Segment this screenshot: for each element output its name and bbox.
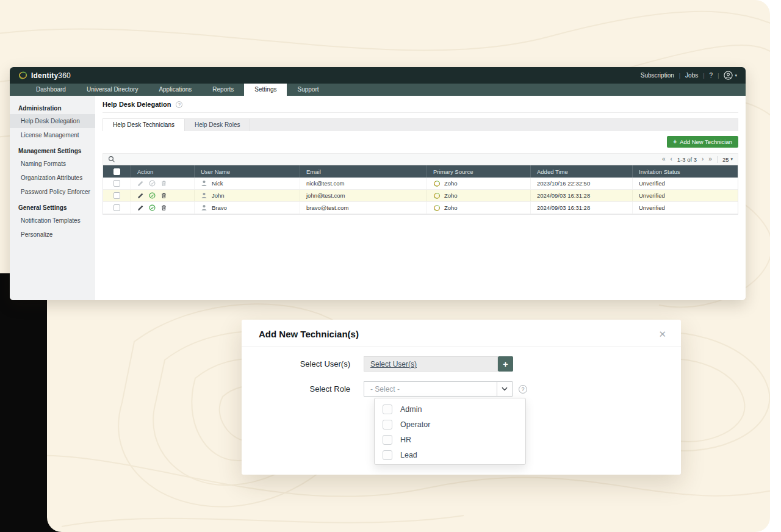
app-topbar: Identity360 Subscription | Jobs | ? | ▾ [10,67,746,84]
modal-title: Add New Technician(s) [259,329,359,339]
table-row: Bravo bravo@test.com Zoho 2024/09/03 16:… [103,202,738,214]
account-menu[interactable]: ▾ [724,71,737,80]
pagination-divider [717,156,718,163]
role-checkbox[interactable] [383,435,392,445]
pagination-first-button[interactable]: « [662,156,666,162]
select-role-dropdown[interactable]: - Select - [364,381,513,397]
nav-applications[interactable]: Applications [148,84,202,96]
user-name: Bravo [212,204,227,211]
select-role-row: Select Role - Select - ? [242,381,527,397]
sidebar-item-password-policy-enforcer[interactable]: Password Policy Enforcer [10,185,95,199]
nav-support[interactable]: Support [287,84,329,96]
pagination-next-button[interactable]: › [702,156,704,162]
col-email: Email [300,165,426,178]
user-email: bravo@test.com [300,202,426,214]
role-option-label: Admin [400,405,422,414]
chevron-down-icon[interactable] [497,382,512,396]
edit-icon[interactable] [137,192,144,199]
user-icon [201,180,207,187]
col-user-name: User Name [194,165,300,178]
identity360-logo-icon [18,71,27,80]
nav-universal-directory[interactable]: Universal Directory [76,84,148,96]
add-new-technician-modal: Add New Technician(s) ✕ Select User(s) S… [242,320,681,475]
added-time: 2023/10/16 22:32:50 [530,178,632,189]
role-option-admin[interactable]: Admin [375,401,525,417]
enable-icon[interactable] [149,180,156,187]
role-checkbox[interactable] [383,404,392,414]
source-name: Zoho [444,204,458,211]
nav-settings[interactable]: Settings [244,84,287,96]
tab-help-desk-roles[interactable]: Help Desk Roles [185,119,250,131]
jobs-link[interactable]: Jobs [685,72,698,79]
select-role-label: Select Role [242,384,364,394]
plus-icon: + [503,359,508,369]
sidebar-item-license-management[interactable]: License Management [10,128,95,142]
search-icon[interactable] [108,156,115,163]
role-option-hr[interactable]: HR [375,432,525,447]
page-size-select[interactable]: 25 ▾ [722,156,733,163]
page-size-value: 25 [722,156,729,163]
caret-down-icon: ▾ [735,73,737,78]
role-help-icon[interactable]: ? [519,385,527,394]
col-added-time: Added Time [530,165,632,178]
add-new-technician-label: Add New Technician [680,138,732,145]
enable-icon[interactable] [149,204,156,211]
page-header: Help Desk Delegation ? [103,101,738,113]
sidebar-section-general-settings: General Settings [10,199,95,214]
row-actions [131,202,194,214]
col-invitation-status: Invitation Status [632,165,738,178]
topbar-right: Subscription | Jobs | ? | ▾ [641,71,737,80]
list-toolbar: « ‹ 1-3 of 3 › » 25 ▾ [103,153,738,165]
added-time: 2024/09/03 16:31:28 [530,202,632,214]
edit-icon[interactable] [137,180,144,187]
delete-icon[interactable] [160,204,167,211]
zoho-source-icon [433,192,441,200]
select-role-placeholder: - Select - [364,385,497,394]
role-checkbox[interactable] [383,420,392,430]
close-icon[interactable]: ✕ [658,329,666,339]
sidebar-section-administration: Administration [10,99,95,114]
role-checkbox[interactable] [383,450,392,460]
nav-dashboard[interactable]: Dashboard [26,84,76,96]
user-icon [201,204,207,211]
row-checkbox[interactable] [113,180,120,187]
role-option-lead[interactable]: Lead [375,447,525,462]
sidebar-item-help-desk-delegation[interactable]: Help Desk Delegation [10,114,95,128]
subscription-link[interactable]: Subscription [641,72,674,79]
select-users-field[interactable]: Select User(s) [364,356,498,372]
enable-icon[interactable] [149,192,156,199]
sidebar-item-naming-formats[interactable]: Naming Formats [10,157,95,171]
plus-icon: + [673,138,677,145]
role-option-label: Operator [400,420,430,429]
page-help-icon[interactable]: ? [176,101,182,108]
pagination-last-button[interactable]: » [708,156,712,162]
col-primary-source: Primary Source [426,165,530,178]
row-checkbox[interactable] [113,204,120,211]
invitation-status: Unverified [632,202,738,214]
sidebar-item-notification-templates[interactable]: Notification Templates [10,214,95,228]
tab-help-desk-technicians[interactable]: Help Desk Technicians [103,119,185,131]
nav-reports[interactable]: Reports [202,84,244,96]
row-checkbox[interactable] [113,192,120,199]
role-option-label: HR [400,436,411,444]
brand: Identity360 [18,71,71,80]
add-users-button[interactable]: + [498,356,513,372]
sidebar-item-personalize[interactable]: Personalize [10,228,95,242]
table-row: John john@test.com Zoho 2024/09/03 16:31… [103,190,738,202]
delete-icon[interactable] [160,192,167,199]
sidebar-section-management-settings: Management Settings [10,142,95,157]
pagination-prev-button[interactable]: ‹ [670,156,672,162]
edit-icon[interactable] [137,204,144,211]
add-new-technician-button[interactable]: + Add New Technician [667,136,738,148]
topbar-divider: | [703,73,704,79]
select-users-link[interactable]: Select User(s) [370,360,417,368]
table-row: Nick nick@test.com Zoho 2023/10/16 22:32… [103,178,738,190]
table-header-row: Action User Name Email Primary Source Ad… [103,165,738,178]
select-all-checkbox[interactable] [113,168,120,175]
role-option-operator[interactable]: Operator [375,417,525,432]
sidebar-item-organization-attributes[interactable]: Organization Attributes [10,171,95,185]
delete-icon[interactable] [160,180,167,187]
invitation-status: Unverified [632,190,738,201]
help-menu-button[interactable]: ? [710,72,713,79]
settings-sidebar: Administration Help Desk Delegation Lice… [10,96,95,300]
